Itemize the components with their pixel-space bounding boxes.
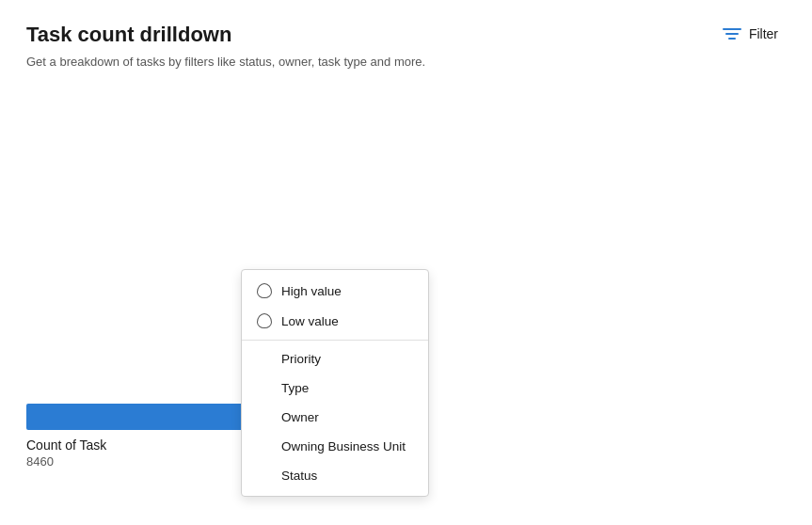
dropdown-low-value-label: Low value: [281, 314, 339, 328]
chart-area: Count of Task 8460: [26, 404, 252, 469]
filter-button[interactable]: Filter: [715, 23, 786, 45]
dropdown-high-value-label: High value: [281, 284, 342, 298]
dropdown-item-priority[interactable]: Priority: [242, 344, 428, 374]
bar-value: 8460: [26, 454, 106, 469]
bar-label: Count of Task 8460: [26, 438, 106, 469]
dropdown-item-type[interactable]: Type: [242, 374, 428, 403]
header-area: Task count drilldown Get a breakdown of …: [26, 23, 786, 69]
page-container: Task count drilldown Get a breakdown of …: [0, 0, 812, 525]
page-subtitle: Get a breakdown of tasks by filters like…: [26, 55, 425, 69]
dropdown-item-low-value[interactable]: Low value: [242, 306, 428, 336]
filter-icon: [723, 28, 741, 40]
chart-bar: [26, 404, 252, 430]
dropdown-menu: High value Low value Priority Type Owner…: [241, 269, 429, 497]
bar-label-text: Count of Task: [26, 438, 106, 453]
dropdown-item-owning-business-unit[interactable]: Owning Business Unit: [242, 432, 428, 461]
dropdown-item-owner[interactable]: Owner: [242, 403, 428, 432]
title-block: Task count drilldown Get a breakdown of …: [26, 23, 425, 69]
dropdown-divider: [242, 340, 428, 341]
bulb-icon-high: [257, 283, 272, 298]
filter-label: Filter: [749, 26, 778, 41]
bulb-icon-low: [257, 313, 272, 328]
dropdown-item-status[interactable]: Status: [242, 461, 428, 490]
bar-container: Count of Task 8460: [26, 404, 252, 469]
page-title: Task count drilldown: [26, 23, 425, 47]
dropdown-item-high-value[interactable]: High value: [242, 276, 428, 306]
